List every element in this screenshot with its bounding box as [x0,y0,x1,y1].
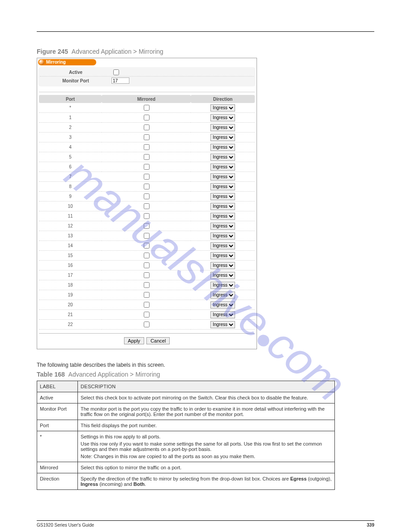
direction-cell: Ingress [191,142,255,152]
doc-table-row: ActiveSelect this check box to activate … [37,392,335,403]
mirrored-cell [102,290,191,300]
direction-cell: Ingress [191,202,255,211]
mirrored-checkbox[interactable] [144,134,150,140]
mirrored-checkbox[interactable] [144,105,150,111]
port-cell: 6 [39,162,102,172]
direction-select[interactable]: Ingress [210,203,235,210]
direction-select[interactable]: Ingress [210,223,235,230]
direction-select[interactable]: Ingress [210,292,235,299]
doc-table-row: *Settings in this row apply to all ports… [37,431,335,462]
mirrored-checkbox[interactable] [144,223,150,229]
monitor-port-input[interactable] [111,77,129,84]
direction-select[interactable]: Ingress [210,321,235,328]
mirrored-cell [102,300,191,310]
direction-cell: Ingress [191,320,255,330]
table-intro: The following table describes the labels… [37,362,374,368]
mirrored-checkbox[interactable] [144,184,150,189]
mirrored-checkbox[interactable] [144,124,150,130]
mirrored-checkbox[interactable] [144,292,150,298]
doc-desc-cell: The monitor port is the port you copy th… [78,403,335,420]
mirrored-checkbox[interactable] [144,213,150,219]
mirrored-checkbox[interactable] [144,243,150,249]
direction-select[interactable]: Ingress [210,144,235,151]
section-title-bar: Mirroring [38,59,257,66]
port-cell: 5 [39,152,102,162]
mirrored-checkbox[interactable] [144,262,150,268]
footer-rule [37,520,374,521]
direction-cell: Ingress [191,152,255,162]
mirrored-checkbox[interactable] [144,322,150,327]
mirrored-cell [102,182,191,192]
mirrored-checkbox[interactable] [144,115,150,120]
direction-select[interactable]: Ingress [210,104,235,112]
table-row: 1Ingress [39,113,255,123]
port-cell: 8 [39,182,102,192]
config-box: Active Monitor Port [38,67,256,86]
doc-table-caption: Advanced Application > Mirroring [68,371,160,378]
table-row: 14Ingress [39,241,255,251]
mirrored-checkbox[interactable] [144,144,150,150]
mirrored-cell [102,172,191,182]
direction-select[interactable]: Ingress [210,311,235,318]
direction-cell: Ingress [191,103,255,113]
mirrored-cell [102,270,191,280]
direction-cell: Ingress [191,300,255,310]
direction-select[interactable]: Ingress [210,193,235,200]
port-cell: 19 [39,290,102,300]
direction-select[interactable]: Ingress [210,114,235,121]
table-row: 5Ingress [39,152,255,162]
direction-select[interactable]: Ingress [210,183,235,190]
port-cell: 20 [39,300,102,310]
mirrored-cell [102,221,191,231]
direction-select[interactable]: Ingress [210,252,235,259]
mirrored-checkbox[interactable] [144,154,150,160]
mirrored-checkbox[interactable] [144,164,150,170]
mirrored-cell [102,310,191,320]
apply-button[interactable]: Apply [124,337,145,344]
table-row: 11Ingress [39,211,255,221]
direction-cell: Ingress [191,310,255,320]
mirrored-checkbox[interactable] [144,233,150,239]
direction-cell: Ingress [191,182,255,192]
mirrored-checkbox[interactable] [144,302,150,308]
direction-select[interactable]: Ingress [210,134,235,141]
cancel-button[interactable]: Cancel [146,337,170,344]
mirrored-checkbox[interactable] [144,253,150,258]
monitor-port-label: Monitor Port [40,78,111,83]
doc-desc-cell: Select this check box to activate port m… [78,392,335,403]
direction-select[interactable]: Ingress [210,124,235,131]
table-row: 6Ingress [39,162,255,172]
doc-desc-line: Settings in this row apply to all ports. [81,434,332,439]
port-cell: 4 [39,142,102,152]
section-title-text: Mirroring [46,60,66,64]
doc-desc-line: Select this check box to activate port m… [81,395,332,400]
direction-select[interactable]: Ingress [210,154,235,161]
direction-cell: Ingress [191,123,255,133]
direction-select[interactable]: Ingress [210,163,235,171]
mirrored-cell [102,142,191,152]
mirrored-checkbox[interactable] [144,174,150,180]
table-row: 8Ingress [39,182,255,192]
mirrored-cell [102,280,191,290]
direction-select[interactable]: Ingress [210,213,235,220]
direction-select[interactable]: Ingress [210,173,235,180]
mirrored-checkbox[interactable] [144,193,150,199]
mirrored-checkbox[interactable] [144,312,150,317]
port-cell: 10 [39,202,102,211]
direction-select[interactable]: Ingress [210,262,235,269]
mirrored-checkbox[interactable] [144,272,150,278]
direction-cell: Ingress [191,113,255,123]
mirrored-checkbox[interactable] [144,203,150,209]
col-header-port: Port [39,95,102,103]
direction-select[interactable]: Ingress [210,282,235,289]
direction-select[interactable]: Ingress [210,242,235,249]
figure-number: Figure 245 [37,48,68,55]
active-checkbox[interactable] [113,69,119,75]
direction-select[interactable]: Ingress [210,232,235,240]
doc-table-header-row: LABEL DESCRIPTION [37,381,335,392]
direction-cell: Ingress [191,280,255,290]
mirrored-checkbox[interactable] [144,282,150,288]
port-cell: 13 [39,231,102,241]
direction-select[interactable]: Ingress [210,301,235,309]
direction-select[interactable]: Ingress [210,272,235,279]
